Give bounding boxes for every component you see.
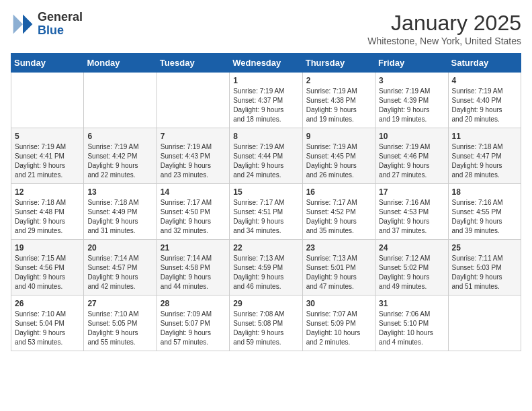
- day-info: Sunrise: 7:19 AM Sunset: 4:43 PM Dayligh…: [161, 142, 226, 180]
- day-number: 30: [306, 299, 371, 308]
- day-number: 29: [233, 299, 298, 308]
- calendar-cell: 29Sunrise: 7:08 AM Sunset: 5:08 PM Dayli…: [230, 295, 302, 351]
- day-number: 1: [233, 76, 298, 85]
- calendar-cell: 27Sunrise: 7:10 AM Sunset: 5:05 PM Dayli…: [84, 295, 157, 351]
- day-number: 12: [15, 187, 80, 197]
- day-number: 15: [233, 187, 298, 197]
- day-header-monday: Monday: [84, 54, 157, 73]
- calendar-cell: 3Sunrise: 7:19 AM Sunset: 4:39 PM Daylig…: [375, 73, 448, 128]
- day-number: 3: [379, 76, 444, 85]
- calendar-cell: 2Sunrise: 7:19 AM Sunset: 4:38 PM Daylig…: [302, 73, 375, 128]
- day-number: 16: [306, 187, 371, 197]
- day-header-thursday: Thursday: [302, 54, 375, 73]
- day-number: 27: [87, 299, 152, 308]
- calendar-cell: 28Sunrise: 7:09 AM Sunset: 5:07 PM Dayli…: [157, 295, 229, 351]
- day-number: 20: [87, 243, 152, 253]
- day-number: 4: [452, 76, 517, 85]
- day-info: Sunrise: 7:10 AM Sunset: 5:04 PM Dayligh…: [15, 310, 80, 347]
- location-subtitle: Whitestone, New York, United States: [367, 36, 521, 46]
- day-info: Sunrise: 7:08 AM Sunset: 5:08 PM Dayligh…: [233, 310, 298, 347]
- calendar-cell: 1Sunrise: 7:19 AM Sunset: 4:37 PM Daylig…: [230, 73, 302, 128]
- calendar-cell: 22Sunrise: 7:13 AM Sunset: 4:59 PM Dayli…: [230, 240, 302, 295]
- day-info: Sunrise: 7:06 AM Sunset: 5:10 PM Dayligh…: [379, 310, 444, 347]
- day-number: 17: [379, 187, 444, 197]
- day-number: 7: [161, 132, 226, 141]
- calendar-cell: 23Sunrise: 7:13 AM Sunset: 5:01 PM Dayli…: [302, 240, 375, 295]
- day-number: 21: [161, 243, 226, 253]
- day-number: 9: [306, 132, 371, 141]
- day-number: 31: [379, 299, 444, 308]
- day-info: Sunrise: 7:19 AM Sunset: 4:37 PM Dayligh…: [233, 87, 298, 124]
- day-header-tuesday: Tuesday: [157, 54, 229, 73]
- calendar-cell: 7Sunrise: 7:19 AM Sunset: 4:43 PM Daylig…: [157, 128, 229, 184]
- day-info: Sunrise: 7:10 AM Sunset: 5:05 PM Dayligh…: [87, 310, 152, 347]
- day-header-friday: Friday: [375, 54, 448, 73]
- calendar-cell: 21Sunrise: 7:14 AM Sunset: 4:58 PM Dayli…: [157, 240, 229, 295]
- day-number: 6: [87, 132, 152, 141]
- day-number: 25: [452, 243, 517, 253]
- calendar-cell: 10Sunrise: 7:19 AM Sunset: 4:46 PM Dayli…: [375, 128, 448, 184]
- day-number: 13: [87, 187, 152, 197]
- day-number: 5: [15, 132, 80, 141]
- calendar-cell: 14Sunrise: 7:17 AM Sunset: 4:50 PM Dayli…: [157, 184, 229, 240]
- day-info: Sunrise: 7:17 AM Sunset: 4:52 PM Dayligh…: [306, 198, 371, 236]
- calendar-week-4: 19Sunrise: 7:15 AM Sunset: 4:56 PM Dayli…: [11, 240, 521, 295]
- calendar-cell: 15Sunrise: 7:17 AM Sunset: 4:51 PM Dayli…: [230, 184, 302, 240]
- day-number: 24: [379, 243, 444, 253]
- calendar-cell: 16Sunrise: 7:17 AM Sunset: 4:52 PM Dayli…: [302, 184, 375, 240]
- day-info: Sunrise: 7:18 AM Sunset: 4:47 PM Dayligh…: [452, 142, 517, 180]
- day-info: Sunrise: 7:13 AM Sunset: 4:59 PM Dayligh…: [233, 254, 298, 291]
- day-header-sunday: Sunday: [11, 54, 84, 73]
- day-info: Sunrise: 7:14 AM Sunset: 4:57 PM Dayligh…: [87, 254, 152, 291]
- day-info: Sunrise: 7:18 AM Sunset: 4:48 PM Dayligh…: [15, 198, 80, 236]
- day-info: Sunrise: 7:11 AM Sunset: 5:03 PM Dayligh…: [452, 254, 517, 291]
- calendar-cell: 4Sunrise: 7:19 AM Sunset: 4:40 PM Daylig…: [448, 73, 521, 128]
- day-number: 10: [379, 132, 444, 141]
- calendar-cell: 31Sunrise: 7:06 AM Sunset: 5:10 PM Dayli…: [375, 295, 448, 351]
- calendar-cell: 8Sunrise: 7:19 AM Sunset: 4:44 PM Daylig…: [230, 128, 302, 184]
- day-info: Sunrise: 7:16 AM Sunset: 4:55 PM Dayligh…: [452, 198, 517, 236]
- day-info: Sunrise: 7:17 AM Sunset: 4:50 PM Dayligh…: [161, 198, 226, 236]
- day-number: 2: [306, 76, 371, 85]
- calendar-cell: 9Sunrise: 7:19 AM Sunset: 4:45 PM Daylig…: [302, 128, 375, 184]
- calendar-cell: [157, 73, 229, 128]
- day-info: Sunrise: 7:19 AM Sunset: 4:44 PM Dayligh…: [233, 142, 298, 180]
- calendar-cell: 6Sunrise: 7:19 AM Sunset: 4:42 PM Daylig…: [84, 128, 157, 184]
- day-info: Sunrise: 7:18 AM Sunset: 4:49 PM Dayligh…: [87, 198, 152, 236]
- calendar-cell: 25Sunrise: 7:11 AM Sunset: 5:03 PM Dayli…: [448, 240, 521, 295]
- day-info: Sunrise: 7:19 AM Sunset: 4:38 PM Dayligh…: [306, 87, 371, 124]
- title-block: January 2025 Whitestone, New York, Unite…: [367, 11, 521, 46]
- calendar-cell: [448, 295, 521, 351]
- calendar-cell: 11Sunrise: 7:18 AM Sunset: 4:47 PM Dayli…: [448, 128, 521, 184]
- calendar-cell: 17Sunrise: 7:16 AM Sunset: 4:53 PM Dayli…: [375, 184, 448, 240]
- day-info: Sunrise: 7:07 AM Sunset: 5:09 PM Dayligh…: [306, 310, 371, 347]
- day-number: 26: [15, 299, 80, 308]
- day-info: Sunrise: 7:19 AM Sunset: 4:42 PM Dayligh…: [87, 142, 152, 180]
- calendar-cell: 24Sunrise: 7:12 AM Sunset: 5:02 PM Dayli…: [375, 240, 448, 295]
- day-number: 28: [161, 299, 226, 308]
- calendar-cell: [11, 73, 84, 128]
- logo-icon: [11, 12, 35, 36]
- calendar-week-3: 12Sunrise: 7:18 AM Sunset: 4:48 PM Dayli…: [11, 184, 521, 240]
- page-header: General Blue January 2025 Whitestone, Ne…: [11, 11, 521, 46]
- calendar-table: SundayMondayTuesdayWednesdayThursdayFrid…: [11, 53, 521, 351]
- day-number: 8: [233, 132, 298, 141]
- calendar-week-1: 1Sunrise: 7:19 AM Sunset: 4:37 PM Daylig…: [11, 73, 521, 128]
- calendar-cell: 18Sunrise: 7:16 AM Sunset: 4:55 PM Dayli…: [448, 184, 521, 240]
- day-header-wednesday: Wednesday: [230, 54, 302, 73]
- svg-marker-0: [23, 14, 32, 34]
- day-info: Sunrise: 7:09 AM Sunset: 5:07 PM Dayligh…: [161, 310, 226, 347]
- day-number: 11: [452, 132, 517, 141]
- calendar-cell: 19Sunrise: 7:15 AM Sunset: 4:56 PM Dayli…: [11, 240, 84, 295]
- logo: General Blue: [11, 11, 83, 38]
- logo-text: General Blue: [38, 11, 83, 38]
- calendar-cell: 20Sunrise: 7:14 AM Sunset: 4:57 PM Dayli…: [84, 240, 157, 295]
- day-header-saturday: Saturday: [448, 54, 521, 73]
- day-number: 14: [161, 187, 226, 197]
- day-info: Sunrise: 7:16 AM Sunset: 4:53 PM Dayligh…: [379, 198, 444, 236]
- month-title: January 2025: [367, 11, 521, 36]
- calendar-cell: 13Sunrise: 7:18 AM Sunset: 4:49 PM Dayli…: [84, 184, 157, 240]
- calendar-week-5: 26Sunrise: 7:10 AM Sunset: 5:04 PM Dayli…: [11, 295, 521, 351]
- day-number: 19: [15, 243, 80, 253]
- calendar-cell: 12Sunrise: 7:18 AM Sunset: 4:48 PM Dayli…: [11, 184, 84, 240]
